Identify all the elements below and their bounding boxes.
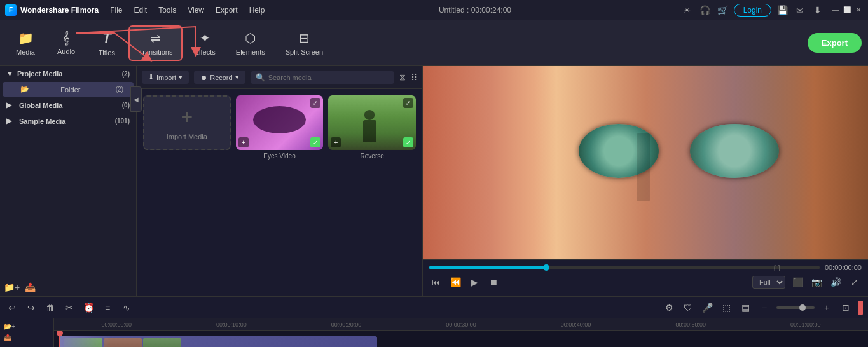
rewind-button[interactable]: ⏪ (448, 275, 462, 289)
cut-button[interactable]: ✂ (62, 301, 76, 315)
record-button[interactable]: ⏺ Record ▾ (194, 71, 245, 84)
zoom-thumb[interactable] (799, 304, 806, 311)
sidebar-project-media[interactable]: ▼ Project Media (2) (0, 66, 136, 81)
import-placeholder[interactable]: + Import Media (143, 95, 231, 150)
toolbar-effects[interactable]: ✦ Effects (185, 27, 224, 60)
add-to-timeline-icon[interactable]: ⬛ (790, 275, 804, 289)
add-track-icon: 📂+ (4, 323, 15, 330)
progress-thumb[interactable] (543, 264, 549, 271)
snapshot-icon[interactable]: 📷 (809, 275, 823, 289)
folder-icon: 📂 (20, 85, 29, 93)
media-toolbar: ⬇ Import ▾ ⏺ Record ▾ 🔍 ⧖ ⠿ (137, 66, 422, 89)
add-track-button[interactable]: 📂+ (0, 321, 53, 332)
sidebar-sample-media[interactable]: ▶ Sample Media (101) (0, 113, 136, 129)
record-icon: ⏺ (200, 74, 207, 81)
preview-controls: { } 00:00:00:00 ⏮ ⏪ ▶ ⏹ Full 1/2 1/4 ⬛ (423, 259, 868, 296)
progress-bar[interactable]: { } (429, 266, 820, 269)
chevron-right-icon-sample: ▶ (6, 117, 11, 125)
minimize-button[interactable]: — (831, 6, 840, 15)
transitions-label: Transitions (139, 48, 172, 56)
cart-icon[interactable]: 🛒 (716, 3, 730, 17)
track-rows (54, 331, 868, 347)
fullscreen-icon[interactable]: ⤢ (848, 275, 862, 289)
timeline-toolbar: ↩ ↪ 🗑 ✂ ⏰ ≡ ∿ ⚙ 🛡 🎤 ⬚ ▤ − + ⊡ (0, 297, 868, 318)
duration-button[interactable]: ⏰ (81, 301, 95, 315)
close-button[interactable]: ✕ (854, 6, 863, 15)
play-button[interactable]: ▶ (467, 275, 481, 289)
toolbar-splitscreen[interactable]: ⊟ Split Screen (277, 27, 332, 60)
menu-help[interactable]: Help (244, 4, 270, 16)
toolbar-audio[interactable]: 𝄞 Audio (47, 27, 85, 59)
import-folder-icon[interactable]: 📤 (25, 282, 36, 292)
export-button[interactable]: Export (808, 33, 862, 53)
menu-tools[interactable]: Tools (153, 4, 181, 16)
folder-count: (2) (112, 85, 127, 93)
sidebar-folder[interactable]: 📂 Folder (2) (3, 82, 134, 97)
skip-back-button[interactable]: ⏮ (429, 275, 443, 289)
headphone-icon[interactable]: 🎧 (698, 3, 712, 17)
preview-panel: { } 00:00:00:00 ⏮ ⏪ ▶ ⏹ Full 1/2 1/4 ⬛ (423, 66, 868, 296)
chevron-down-icon: ▼ (6, 70, 13, 78)
add-icon-reverse: + (331, 137, 341, 147)
mic-icon[interactable]: 🎤 (700, 301, 714, 315)
shield-icon[interactable]: 🛡 (681, 301, 695, 315)
check-icon-reverse: ✓ (403, 137, 413, 147)
import-button[interactable]: ⬇ Import ▾ (142, 71, 189, 84)
download-icon[interactable]: ⬇ (811, 3, 825, 17)
sidebar-collapse-button[interactable]: ◀ (130, 86, 142, 112)
grid-icon[interactable]: ⠿ (411, 72, 417, 83)
menu-view[interactable]: View (183, 4, 209, 16)
toolbar-media[interactable]: 📁 Media (6, 27, 45, 60)
maximize-button[interactable]: ⬜ (843, 6, 851, 15)
menu-bar: File Edit Tools View Export Help (105, 4, 270, 16)
reverse-label: Reverse (328, 153, 416, 160)
end-marker-icon[interactable] (858, 301, 863, 315)
menu-file[interactable]: File (105, 4, 127, 16)
search-input[interactable] (268, 74, 389, 81)
export-track-button[interactable]: 📤 (0, 332, 53, 343)
sidebar-sample-label: Sample Media (19, 118, 65, 125)
subtitle-icon[interactable]: ▤ (738, 301, 752, 315)
toolbar-transitions[interactable]: ⇌ Transitions (128, 25, 183, 61)
stop-button[interactable]: ⏹ (486, 275, 500, 289)
expand-icon-reverse: ⤢ (403, 98, 413, 108)
toolbar-titles[interactable]: T Titles (88, 26, 126, 60)
scene-icon[interactable]: ⚙ (662, 301, 676, 315)
redo-button[interactable]: ↪ (24, 301, 38, 315)
settings-button[interactable]: ≡ (100, 301, 114, 315)
delete-button[interactable]: 🗑 (43, 301, 57, 315)
titles-label: Titles (99, 49, 115, 57)
plus-icon: + (181, 105, 193, 129)
toolbar-elements[interactable]: ⬡ Elements (227, 27, 274, 60)
reverse-thumb[interactable]: ⤢ + ✓ (328, 95, 416, 150)
undo-button[interactable]: ↩ (5, 301, 19, 315)
window-title: Untitled : 00:00:24:00 (270, 6, 680, 15)
save-icon[interactable]: 💾 (775, 3, 789, 17)
sidebar: ▼ Project Media (2) 📂 Folder (2) ▶ Globa… (0, 66, 137, 296)
waveform-button[interactable]: ∿ (120, 301, 134, 315)
eyes-video-thumb[interactable]: ⤢ + ✓ (236, 95, 324, 150)
volume-icon[interactable]: 🔊 (829, 275, 843, 289)
effects-label: Effects (194, 48, 215, 56)
fit-icon[interactable]: ⊡ (839, 301, 853, 315)
new-folder-icon[interactable]: 📁+ (4, 282, 20, 292)
login-button[interactable]: Login (734, 4, 771, 17)
quality-select[interactable]: Full 1/2 1/4 (752, 276, 785, 289)
track-labels: 📂+ 📤 (0, 318, 54, 347)
elements-label: Elements (236, 48, 265, 56)
menu-edit[interactable]: Edit (128, 4, 152, 16)
captions-icon[interactable]: ⬚ (719, 301, 733, 315)
bracket-left-icon: { (773, 264, 776, 271)
video-clip[interactable] (59, 336, 377, 347)
menu-export[interactable]: Export (210, 4, 243, 16)
sidebar-global-media[interactable]: ▶ Global Media (0) (0, 97, 136, 113)
sidebar-sample-count: (101) (115, 118, 130, 125)
filter-icon[interactable]: ⧖ (399, 72, 406, 83)
email-icon[interactable]: ✉ (793, 3, 807, 17)
theme-icon[interactable]: ☀ (680, 3, 694, 17)
zoom-in-icon[interactable]: + (820, 301, 834, 315)
zoom-slider[interactable] (776, 306, 815, 309)
import-chevron-icon: ▾ (179, 73, 183, 81)
search-icon: 🔍 (256, 73, 265, 82)
zoom-out-icon[interactable]: − (757, 301, 771, 315)
